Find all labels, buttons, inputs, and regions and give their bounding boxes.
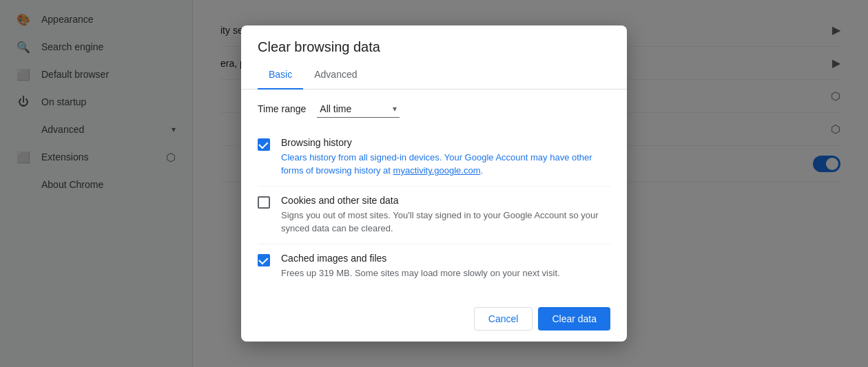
myactivity-link[interactable]: myactivity.google.com	[393, 165, 481, 176]
dialog-footer: Cancel Clear data	[241, 299, 627, 342]
time-range-select-wrapper: Last hour Last 24 hours Last 7 days Last…	[317, 101, 400, 118]
cached-images-desc: Frees up 319 MB. Some sites may load mor…	[281, 266, 610, 280]
browsing-history-checkbox[interactable]	[258, 138, 270, 151]
browsing-history-title: Browsing history	[281, 137, 610, 148]
dialog-body: Time range Last hour Last 24 hours Last …	[241, 90, 627, 300]
cookies-title: Cookies and other site data	[281, 195, 610, 206]
cached-images-title: Cached images and files	[281, 253, 610, 264]
tab-advanced[interactable]: Advanced	[303, 61, 368, 90]
clear-data-button[interactable]: Clear data	[538, 307, 610, 331]
cached-images-item: Cached images and files Frees up 319 MB.…	[258, 244, 610, 289]
browsing-history-item: Browsing history Clears history from all…	[258, 129, 610, 186]
cookies-desc: Signs you out of most sites. You'll stay…	[281, 209, 610, 235]
modal-overlay: Clear browsing data Basic Advanced Time …	[0, 0, 868, 367]
link-suffix: .	[481, 165, 484, 176]
time-range-row: Time range Last hour Last 24 hours Last …	[258, 101, 610, 118]
tab-basic[interactable]: Basic	[258, 61, 303, 90]
cached-images-checkbox[interactable]	[258, 254, 270, 266]
clear-browsing-dialog: Clear browsing data Basic Advanced Time …	[241, 25, 627, 342]
time-range-select[interactable]: Last hour Last 24 hours Last 7 days Last…	[317, 101, 400, 118]
time-range-label: Time range	[258, 103, 306, 114]
cookies-item: Cookies and other site data Signs you ou…	[258, 186, 610, 244]
cancel-button[interactable]: Cancel	[474, 307, 533, 331]
cookies-text: Cookies and other site data Signs you ou…	[281, 195, 610, 235]
browsing-history-text: Browsing history Clears history from all…	[281, 137, 610, 178]
cookies-checkbox[interactable]	[258, 196, 270, 209]
cached-images-text: Cached images and files Frees up 319 MB.…	[281, 253, 610, 280]
dialog-title: Clear browsing data	[241, 25, 627, 55]
browsing-history-desc: Clears history from all signed-in device…	[281, 151, 610, 178]
dialog-tabs: Basic Advanced	[241, 61, 627, 90]
